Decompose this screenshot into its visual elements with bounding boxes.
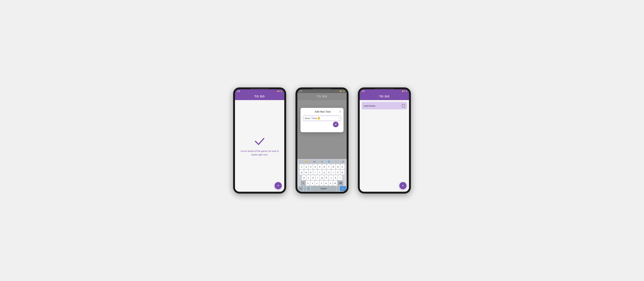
kb-key-q[interactable]: q: [300, 170, 304, 175]
kb-comma-key[interactable]: ,: [304, 186, 306, 191]
star-icon-2: ✱: [342, 91, 343, 92]
app-title-3: TO DO: [379, 95, 390, 98]
modal-title: Add New Task: [306, 110, 339, 113]
kb-shift-key[interactable]: ⬆: [301, 181, 306, 186]
add-task-fab-1[interactable]: +: [274, 182, 282, 189]
status-time-3: 2:27: [362, 90, 365, 92]
kb-key-s[interactable]: s: [306, 175, 310, 180]
kb-more-btn[interactable]: ···: [335, 160, 337, 163]
kb-enter-key[interactable]: ↵: [340, 186, 346, 191]
status-icons-3: 📶 ✱ 🔋: [402, 91, 407, 92]
screenshots-container: 2:26 📶 ✱ 🔋 TO DO You're ahead of th: [233, 87, 411, 194]
kb-key-3[interactable]: 3: [309, 164, 313, 169]
status-bar-3: 2:27 📶 ✱ 🔋: [360, 89, 409, 93]
kb-key-b[interactable]: b: [324, 181, 328, 186]
signal-icon-3: 📶: [402, 91, 404, 92]
app-content-1: You're ahead of the game! No task to tac…: [235, 100, 284, 192]
kb-key-w[interactable]: w: [304, 170, 308, 175]
keyboard-area[interactable]: ‹ 🙂 GIF ⚙ 🌐 ··· 🎤 1 2 3: [297, 159, 347, 192]
kb-period-key[interactable]: .: [337, 186, 339, 191]
phone-frame-3: 2:27 📶 ✱ 🔋 TO DO read books: [358, 87, 411, 194]
kb-key-k[interactable]: k: [334, 175, 338, 180]
kb-delete-key[interactable]: ⌫: [338, 181, 343, 186]
kb-key-1[interactable]: 1: [300, 164, 304, 169]
fab-plus-icon-1: +: [277, 183, 279, 188]
kb-key-y[interactable]: y: [322, 170, 326, 175]
kb-row-zxcv: ⬆ z x c v b n m ⌫: [298, 181, 346, 186]
kb-row-asdf: a s d f g h j k l: [298, 175, 346, 180]
kb-translate-btn[interactable]: 🌐: [327, 160, 331, 163]
task-input-clear-button[interactable]: ×: [338, 117, 339, 120]
kb-key-0[interactable]: 0: [340, 164, 344, 169]
kb-key-a[interactable]: a: [302, 175, 306, 180]
kb-key-l[interactable]: l: [338, 175, 342, 180]
kb-key-9[interactable]: 9: [336, 164, 340, 169]
kb-emoji-btn[interactable]: 🙂: [305, 160, 308, 163]
phone-screen-3: 2:27 📶 ✱ 🔋 TO DO read books: [360, 89, 409, 192]
kb-key-c[interactable]: c: [315, 181, 319, 186]
add-task-fab-3[interactable]: +: [399, 182, 406, 189]
keyboard-rows: 1 2 3 4 5 6 7 8 9 0 q: [298, 164, 346, 191]
kb-key-r[interactable]: r: [313, 170, 317, 175]
task-text: read books: [364, 104, 375, 107]
star-icon-1: ✱: [279, 91, 280, 92]
kb-key-2[interactable]: 2: [304, 164, 308, 169]
kb-key-o[interactable]: o: [336, 170, 340, 175]
app-title-2: TO DO: [317, 95, 327, 98]
kb-key-j[interactable]: j: [329, 175, 333, 180]
kb-key-h[interactable]: h: [324, 175, 328, 180]
kb-key-e[interactable]: e: [309, 170, 313, 175]
kb-key-6[interactable]: 6: [322, 164, 326, 169]
kb-key-i[interactable]: i: [331, 170, 336, 175]
task-checkbox[interactable]: [402, 104, 405, 107]
status-time-1: 2:26: [237, 90, 240, 92]
status-icons-1: 📶 ✱ 🔋: [277, 91, 282, 92]
app-content-3: read books +: [360, 100, 409, 192]
kb-row-qwerty: q w e r t y u i o p: [298, 170, 346, 175]
kb-key-m[interactable]: m: [333, 181, 337, 186]
modal-close-button[interactable]: ×: [339, 110, 341, 113]
kb-language-key[interactable]: English: [311, 186, 336, 191]
kb-key-n[interactable]: n: [328, 181, 332, 186]
phone-screen-2: 2:27 📶 ✱ 🔋 TO DO Add New Tas: [297, 89, 347, 192]
kb-mic-btn[interactable]: 🎤: [341, 160, 345, 163]
kb-key-d[interactable]: d: [311, 175, 315, 180]
phone-frame-2: 2:27 📶 ✱ 🔋 TO DO Add New Tas: [296, 87, 348, 194]
modal-header: Add New Task ×: [303, 110, 341, 113]
kb-key-g[interactable]: g: [320, 175, 324, 180]
kb-back-btn[interactable]: ‹: [299, 160, 301, 163]
task-input-row[interactable]: Write / Think 🤔 ×: [303, 116, 341, 121]
kb-key-4[interactable]: 4: [313, 164, 317, 169]
kb-key-7[interactable]: 7: [327, 164, 331, 169]
kb-key-t[interactable]: t: [318, 170, 322, 175]
status-bar-2: 2:27 📶 ✱ 🔋: [297, 89, 347, 93]
kb-key-p[interactable]: p: [340, 170, 344, 175]
kb-key-5[interactable]: 5: [318, 164, 322, 169]
task-submit-button[interactable]: [333, 122, 338, 127]
status-bar-1: 2:26 📶 ✱ 🔋: [235, 89, 284, 93]
kb-key-z[interactable]: z: [306, 181, 310, 186]
kb-key-v[interactable]: v: [320, 181, 324, 186]
kb-settings-btn[interactable]: ⚙: [320, 160, 323, 163]
battery-icon-1: 🔋: [281, 91, 282, 92]
kb-numpad-key[interactable]: ?123: [298, 186, 303, 191]
battery-icon-3: 🔋: [406, 91, 407, 92]
empty-state: You're ahead of the game! No task to tac…: [235, 100, 284, 192]
status-time-2: 2:27: [299, 90, 302, 92]
app-header-2-dimmed: TO DO: [297, 93, 347, 100]
kb-key-u[interactable]: u: [327, 170, 331, 175]
kb-globe-key[interactable]: 🌐: [306, 186, 310, 191]
phone-frame-1: 2:26 📶 ✱ 🔋 TO DO You're ahead of th: [233, 87, 286, 194]
app-header-1: TO DO: [235, 93, 284, 100]
keyboard-toolbar: ‹ 🙂 GIF ⚙ 🌐 ··· 🎤: [298, 160, 346, 164]
phone-screen-1: 2:26 📶 ✱ 🔋 TO DO You're ahead of th: [235, 89, 284, 192]
kb-key-x[interactable]: x: [310, 181, 314, 186]
kb-key-8[interactable]: 8: [331, 164, 336, 169]
task-item[interactable]: read books: [362, 102, 407, 109]
kb-bottom-row: ?123 , 🌐 English . ↵: [298, 186, 346, 191]
kb-gif-btn[interactable]: GIF: [312, 160, 316, 163]
add-task-modal[interactable]: Add New Task × Write / Think 🤔 ×: [300, 108, 344, 132]
checkmark-icon: [254, 135, 265, 146]
kb-key-f[interactable]: f: [316, 175, 320, 180]
star-icon-3: ✱: [404, 91, 405, 92]
